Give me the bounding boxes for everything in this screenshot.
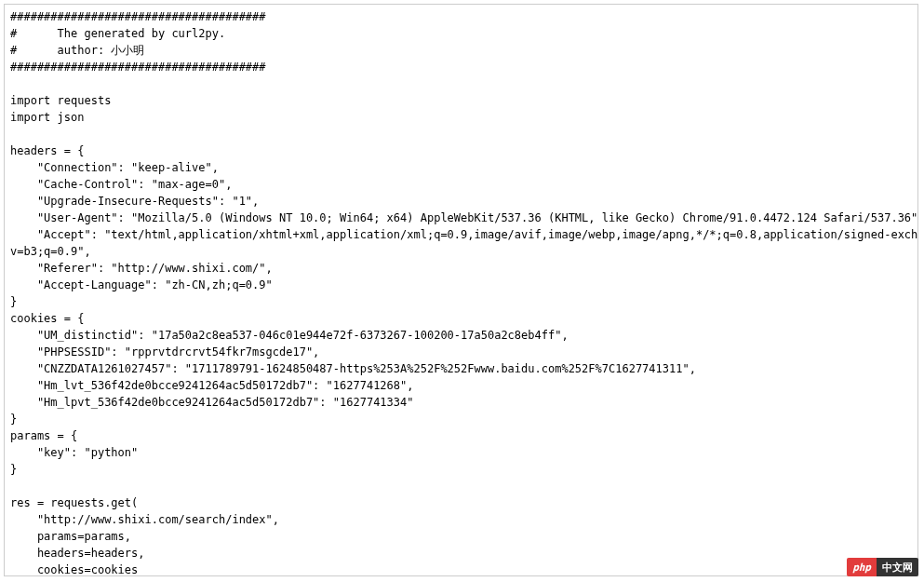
code-line: "Accept": "text/html,application/xhtml+x… bbox=[10, 228, 918, 241]
code-line: "Cache-Control": "max-age=0", bbox=[10, 178, 232, 191]
code-line: "Upgrade-Insecure-Requests": "1", bbox=[10, 195, 259, 208]
code-line: "Accept-Language": "zh-CN,zh;q=0.9" bbox=[10, 278, 273, 291]
code-line: v=b3;q=0.9", bbox=[10, 245, 91, 258]
code-line: "PHPSESSID": "rpprvtdrcrvt54fkr7msgcde17… bbox=[10, 345, 319, 359]
code-line: "Hm_lpvt_536f42de0bcce9241264ac5d50172db… bbox=[10, 396, 413, 409]
code-line: "Referer": "http://www.shixi.com/", bbox=[10, 262, 273, 275]
code-line: } bbox=[10, 295, 17, 308]
code-line: params = { bbox=[10, 429, 77, 442]
code-line: "key": "python" bbox=[10, 446, 138, 459]
watermark-badge: php 中文网 bbox=[847, 558, 918, 576]
code-line: res = requests.get( bbox=[10, 496, 138, 509]
code-line: cookies = { bbox=[10, 312, 84, 325]
badge-brand: php bbox=[847, 558, 877, 576]
code-line: "UM_distinctid": "17a50a2c8ea537-046c01e… bbox=[10, 329, 569, 342]
code-line: headers = { bbox=[10, 144, 84, 157]
code-line: ###################################### bbox=[10, 61, 266, 74]
code-line: "CNZZDATA1261027457": "1711789791-162485… bbox=[10, 362, 696, 375]
code-line: "User-Agent": "Mozilla/5.0 (Windows NT 1… bbox=[10, 211, 918, 224]
code-line: headers=headers, bbox=[10, 547, 145, 560]
code-block: ###################################### #… bbox=[4, 4, 918, 576]
code-line: # The generated by curl2py. bbox=[10, 27, 225, 40]
code-line: ###################################### bbox=[10, 10, 266, 23]
code-line: "Connection": "keep-alive", bbox=[10, 161, 219, 174]
code-line: import requests bbox=[10, 94, 111, 107]
code-line: import json bbox=[10, 111, 84, 124]
code-line: params=params, bbox=[10, 530, 131, 543]
code-line: "Hm_lvt_536f42de0bcce9241264ac5d50172db7… bbox=[10, 379, 413, 392]
code-line: } bbox=[10, 413, 17, 426]
code-line: "http://www.shixi.com/search/index", bbox=[10, 513, 279, 526]
code-line: cookies=cookies bbox=[10, 563, 138, 576]
code-line: # author: 小小明 bbox=[10, 44, 144, 57]
code-line: } bbox=[10, 463, 17, 476]
badge-label: 中文网 bbox=[877, 558, 918, 576]
